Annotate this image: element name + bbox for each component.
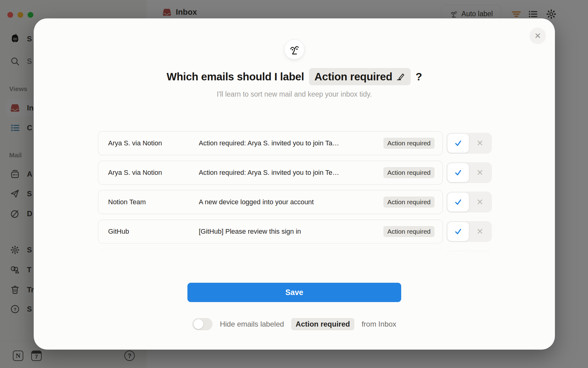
accept-button[interactable] — [447, 193, 469, 212]
email-label-badge: Action required — [383, 138, 435, 149]
email-label-badge: Action required — [383, 226, 435, 237]
hide-label-pill: Action required — [291, 318, 354, 330]
modal-title-prefix: Which emails should I label — [167, 71, 304, 83]
wand-face-icon — [288, 43, 301, 56]
vote-group — [447, 251, 492, 258]
close-icon: ✕ — [534, 31, 541, 41]
email-row-partial — [98, 249, 492, 258]
email-sender: Arya S. via Notion — [108, 139, 199, 147]
edit-pencil-icon — [396, 72, 405, 81]
email-card: GitHub [GitHub] Please review this sign … — [98, 220, 443, 243]
x-icon: ✕ — [477, 197, 484, 207]
accept-button[interactable] — [447, 251, 469, 258]
email-subject: [GitHub] Please review this sign in — [199, 228, 383, 236]
email-subject: A new device logged into your account — [199, 198, 383, 206]
reject-button[interactable]: ✕ — [469, 197, 491, 207]
reject-button[interactable]: ✕ — [469, 138, 491, 148]
email-card: Arya S. via Notion Action required: Arya… — [98, 161, 443, 185]
email-row: Arya S. via Notion Action required: Arya… — [98, 161, 492, 185]
x-icon: ✕ — [477, 138, 484, 148]
email-row: Notion Team A new device logged into you… — [98, 190, 492, 214]
accept-button[interactable] — [447, 163, 469, 182]
hide-labeled-toggle[interactable] — [192, 318, 213, 330]
check-icon — [454, 139, 463, 148]
accept-button[interactable] — [447, 134, 469, 153]
email-sender: Arya S. via Notion — [108, 169, 199, 177]
vote-group: ✕ — [447, 133, 492, 154]
check-icon — [454, 168, 463, 177]
hide-text-after: from Inbox — [362, 320, 396, 328]
screen: S S Views In — [0, 0, 588, 368]
x-icon: ✕ — [477, 168, 484, 178]
check-icon — [454, 197, 463, 207]
email-label-badge: Action required — [383, 197, 435, 208]
email-subject: Action required: Arya S. invited you to … — [199, 169, 383, 177]
modal-subtitle: I'll learn to sort new mail and keep you… — [34, 90, 555, 98]
email-row: Arya S. via Notion Action required: Arya… — [98, 131, 492, 155]
save-button[interactable]: Save — [187, 283, 401, 302]
email-label-badge: Action required — [383, 167, 435, 178]
label-name-pill[interactable]: Action required — [309, 68, 411, 85]
modal-title-suffix: ? — [416, 71, 422, 83]
auto-label-face-badge — [284, 39, 304, 59]
email-card: Arya S. via Notion Action required: Arya… — [98, 131, 443, 155]
check-icon — [454, 227, 463, 236]
email-card: Notion Team A new device logged into you… — [98, 190, 443, 214]
email-card — [98, 249, 443, 258]
vote-group: ✕ — [447, 221, 492, 242]
auto-label-modal: ✕ Which emails should I label Action req… — [34, 18, 555, 350]
email-sender: Notion Team — [108, 198, 199, 206]
email-subject: Action required: Arya S. invited you to … — [199, 139, 383, 147]
toggle-knob — [194, 319, 203, 329]
email-sender: GitHub — [108, 228, 199, 236]
reject-button[interactable]: ✕ — [469, 227, 491, 236]
reject-button[interactable]: ✕ — [469, 168, 491, 178]
email-row: GitHub [GitHub] Please review this sign … — [98, 220, 492, 243]
accept-button[interactable] — [447, 222, 469, 241]
hide-text-before: Hide emails labeled — [220, 320, 284, 328]
vote-group: ✕ — [447, 192, 492, 213]
modal-title: Which emails should I label Action requi… — [34, 68, 555, 85]
modal-close-button[interactable]: ✕ — [530, 28, 546, 44]
hide-labeled-row: Hide emails labeled Action required from… — [34, 318, 555, 330]
x-icon: ✕ — [477, 227, 484, 236]
email-example-list: Arya S. via Notion Action required: Arya… — [98, 131, 492, 258]
label-name-text: Action required — [315, 71, 392, 83]
vote-group: ✕ — [447, 162, 492, 183]
